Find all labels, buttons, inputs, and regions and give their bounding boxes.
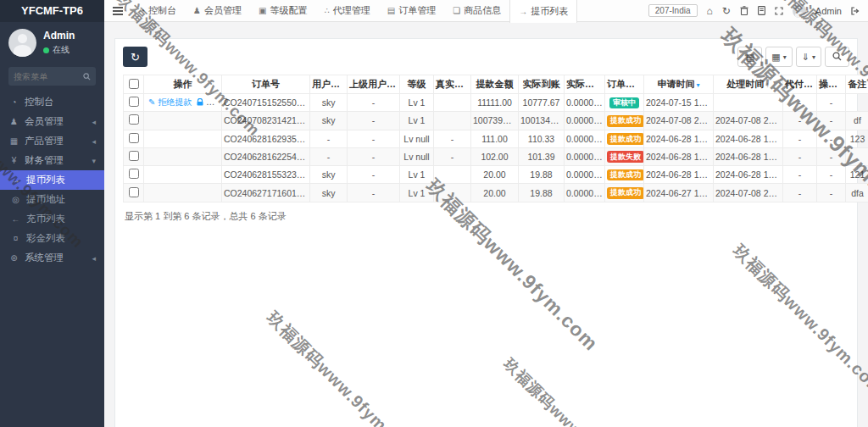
cell-parent-username: -	[348, 94, 400, 112]
cell-level: Lv 1	[400, 112, 434, 130]
nav-tab-1[interactable]: ◔控制台	[131, 0, 185, 22]
cell-actions	[144, 166, 222, 184]
chevron-left-icon: ◂	[92, 254, 96, 263]
orders-icon: ▤	[387, 6, 395, 15]
withdraw-list-icon: →	[10, 175, 21, 185]
select-all-checkbox-cell	[124, 75, 144, 94]
cell-parent-username: -	[348, 184, 400, 202]
row-checkbox[interactable]	[129, 169, 139, 179]
export-button[interactable]: ⇓ ▾	[796, 47, 821, 67]
status-badge: 提款成功	[607, 169, 644, 181]
column-header-label: 代付方式	[785, 79, 817, 89]
cell-order-status: 提款成功	[605, 166, 644, 184]
reject-withdraw-link[interactable]: ✎ 拒绝提款	[148, 97, 192, 107]
cell-amount: 111.00	[471, 130, 519, 147]
clear-cache-icon[interactable]	[758, 6, 765, 15]
column-header-label: 备注	[849, 79, 867, 89]
toggle-panel-button[interactable]: ▤	[737, 47, 762, 67]
cell-apply-time: 2024-06-28 15:53:23	[644, 166, 714, 184]
column-header-提款金额: 提款金额	[471, 75, 519, 94]
row-checkbox[interactable]	[129, 133, 139, 143]
nav-tab-label: 提币列表	[531, 5, 568, 18]
online-dot-icon	[43, 47, 49, 53]
nav-tab-2[interactable]: ♟会员管理	[185, 0, 250, 22]
nav-tab-label: 会员管理	[204, 4, 242, 17]
cell-realname	[434, 94, 471, 112]
nav-tab-label: 控制台	[148, 4, 176, 17]
cell-pay-method: -	[783, 147, 817, 165]
navbar-avatar[interactable]	[793, 4, 806, 18]
cell-realname: -	[434, 147, 471, 165]
chevron-left-icon: ◂	[92, 137, 96, 146]
logout-icon[interactable]	[851, 7, 860, 15]
sidebar-item-1[interactable]: ◔控制台	[0, 92, 104, 112]
export-icon: ⇓	[802, 52, 810, 63]
cell-actions: ✎ 拒绝提款 同意提款	[144, 94, 222, 112]
nav-tab-5[interactable]: ▤订单管理	[379, 0, 444, 22]
cell-username: -	[310, 130, 348, 147]
column-header-真实姓名: 真实姓名	[434, 75, 471, 94]
sort-icon: ↕	[765, 80, 770, 89]
user-status: 在线	[43, 44, 75, 56]
cell-remark: 121	[846, 166, 868, 184]
trash-icon[interactable]	[740, 6, 748, 15]
sidebar-subitem-2[interactable]: ◎提币地址	[0, 190, 104, 209]
column-header-处理时间[interactable]: 处理时间↕	[714, 75, 783, 94]
cell-parent-username: -	[348, 130, 400, 147]
cell-actions	[144, 184, 222, 202]
status-badge: 提款成功	[607, 115, 644, 127]
cell-order-status: 审核中	[605, 94, 644, 112]
panel-icon: ▤	[746, 52, 754, 63]
hamburger-menu-icon[interactable]	[104, 0, 131, 22]
cell-operator: -	[817, 147, 846, 165]
column-header-label: 提款金额	[476, 79, 514, 89]
row-checkbox[interactable]	[129, 187, 139, 197]
columns-icon: ▦	[771, 52, 780, 63]
refresh-table-button[interactable]: ↻	[123, 47, 147, 67]
system-icon: ⊛	[8, 253, 19, 263]
region-button[interactable]: 207-India	[648, 4, 698, 17]
sidebar-subitem-1[interactable]: →提币列表	[0, 170, 104, 190]
cell-operator: -	[817, 130, 846, 147]
sidebar-item-5[interactable]: ⊛系统管理◂	[0, 248, 104, 268]
fullscreen-icon[interactable]	[775, 7, 783, 15]
row-checkbox[interactable]	[129, 151, 139, 161]
nav-tab-3[interactable]: ▣等级配置	[250, 0, 315, 22]
cell-order-no: CO2407151525504254	[222, 94, 310, 112]
refresh-icon[interactable]: ↻	[722, 6, 731, 16]
column-header-订单号: 订单号	[222, 75, 310, 94]
cell-order-no: CO2406281629354734	[222, 130, 310, 147]
table-row: CO2407082314218211sky-Lv 11007391.421001…	[124, 112, 868, 130]
sidebar-search-input[interactable]	[14, 72, 83, 81]
row-checkbox[interactable]	[129, 114, 139, 125]
refresh-icon: ↻	[131, 51, 140, 64]
cell-order-status: 提款成功	[605, 112, 644, 130]
column-header-label: 真实姓名	[436, 79, 471, 89]
approve-withdraw-link[interactable]: 同意提款	[197, 97, 221, 107]
column-header-label: 订单号	[252, 79, 280, 89]
cell-username: sky	[310, 184, 348, 202]
search-button[interactable]	[825, 47, 849, 67]
row-checkbox-cell	[124, 112, 144, 130]
cell-level: Lv null	[400, 147, 434, 165]
sidebar-item-4[interactable]: ¥财务管理▾	[0, 151, 104, 170]
home-icon[interactable]: ⌂	[707, 6, 713, 16]
row-checkbox[interactable]	[129, 97, 139, 107]
withdraw-table: 操作订单号用户名称上级用户名称等级真实姓名提款金额实际到账实际到账订单状态申请时…	[123, 75, 868, 202]
sidebar-subitem-4[interactable]: ¤彩金列表	[0, 229, 104, 248]
sidebar-subitem-3[interactable]: ←充币列表	[0, 209, 104, 229]
row-checkbox-cell	[124, 130, 144, 147]
nav-tab-7[interactable]: →提币列表	[509, 0, 577, 23]
column-header-申请时间[interactable]: 申请时间▾	[644, 75, 714, 94]
nav-tab-6[interactable]: ❏商品信息	[444, 0, 509, 22]
sidebar-item-3[interactable]: ▦产品管理◂	[0, 131, 104, 151]
cell-process-time: 2024-06-28 16:28:50	[714, 166, 783, 184]
cell-pay-method: -	[783, 112, 817, 130]
nav-tab-4[interactable]: ∴代理管理	[315, 0, 378, 22]
columns-button[interactable]: ▦ ▾	[765, 47, 792, 67]
navbar-username[interactable]: Admin	[815, 6, 842, 16]
row-checkbox-cell	[124, 147, 144, 165]
users-icon: ♟	[8, 117, 19, 126]
select-all-checkbox[interactable]	[129, 79, 139, 89]
sidebar-item-2[interactable]: ♟会员管理◂	[0, 112, 104, 131]
